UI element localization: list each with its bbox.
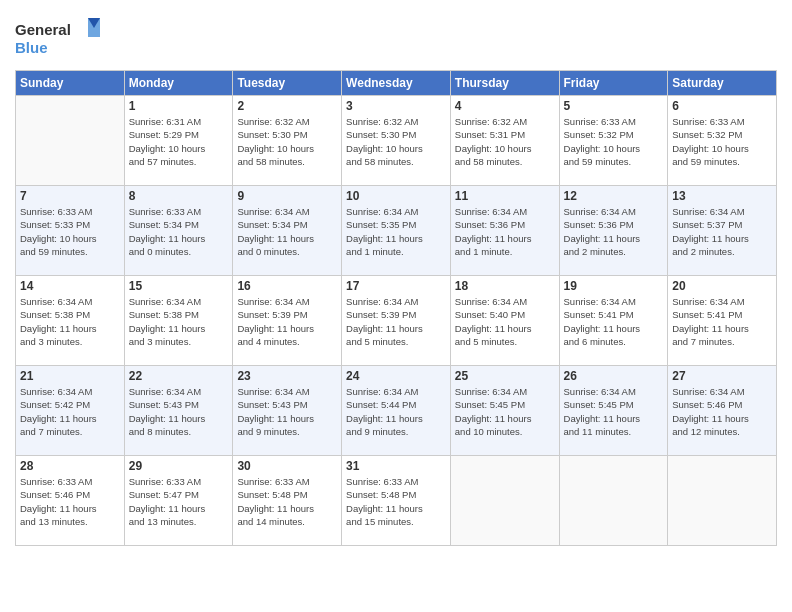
day-number: 8	[129, 189, 229, 203]
day-number: 16	[237, 279, 337, 293]
day-info: Sunrise: 6:34 AM Sunset: 5:39 PM Dayligh…	[237, 295, 337, 348]
day-info: Sunrise: 6:34 AM Sunset: 5:38 PM Dayligh…	[20, 295, 120, 348]
calendar-cell	[668, 456, 777, 546]
calendar-cell: 5Sunrise: 6:33 AM Sunset: 5:32 PM Daylig…	[559, 96, 668, 186]
col-header-saturday: Saturday	[668, 71, 777, 96]
day-number: 26	[564, 369, 664, 383]
day-number: 13	[672, 189, 772, 203]
day-info: Sunrise: 6:32 AM Sunset: 5:30 PM Dayligh…	[346, 115, 446, 168]
day-number: 31	[346, 459, 446, 473]
calendar-cell: 11Sunrise: 6:34 AM Sunset: 5:36 PM Dayli…	[450, 186, 559, 276]
day-info: Sunrise: 6:34 AM Sunset: 5:46 PM Dayligh…	[672, 385, 772, 438]
day-info: Sunrise: 6:34 AM Sunset: 5:41 PM Dayligh…	[672, 295, 772, 348]
day-info: Sunrise: 6:34 AM Sunset: 5:36 PM Dayligh…	[455, 205, 555, 258]
week-row-4: 28Sunrise: 6:33 AM Sunset: 5:46 PM Dayli…	[16, 456, 777, 546]
calendar-cell: 1Sunrise: 6:31 AM Sunset: 5:29 PM Daylig…	[124, 96, 233, 186]
day-number: 2	[237, 99, 337, 113]
svg-text:General: General	[15, 21, 71, 38]
col-header-friday: Friday	[559, 71, 668, 96]
svg-text:Blue: Blue	[15, 39, 48, 56]
calendar-cell: 25Sunrise: 6:34 AM Sunset: 5:45 PM Dayli…	[450, 366, 559, 456]
day-number: 5	[564, 99, 664, 113]
calendar-cell: 22Sunrise: 6:34 AM Sunset: 5:43 PM Dayli…	[124, 366, 233, 456]
day-number: 30	[237, 459, 337, 473]
calendar-cell: 14Sunrise: 6:34 AM Sunset: 5:38 PM Dayli…	[16, 276, 125, 366]
calendar-cell: 19Sunrise: 6:34 AM Sunset: 5:41 PM Dayli…	[559, 276, 668, 366]
day-number: 29	[129, 459, 229, 473]
day-number: 19	[564, 279, 664, 293]
day-info: Sunrise: 6:33 AM Sunset: 5:34 PM Dayligh…	[129, 205, 229, 258]
day-number: 28	[20, 459, 120, 473]
day-info: Sunrise: 6:33 AM Sunset: 5:47 PM Dayligh…	[129, 475, 229, 528]
calendar-cell: 12Sunrise: 6:34 AM Sunset: 5:36 PM Dayli…	[559, 186, 668, 276]
calendar-cell: 3Sunrise: 6:32 AM Sunset: 5:30 PM Daylig…	[342, 96, 451, 186]
calendar-cell: 16Sunrise: 6:34 AM Sunset: 5:39 PM Dayli…	[233, 276, 342, 366]
day-info: Sunrise: 6:33 AM Sunset: 5:48 PM Dayligh…	[237, 475, 337, 528]
day-info: Sunrise: 6:34 AM Sunset: 5:43 PM Dayligh…	[129, 385, 229, 438]
day-number: 20	[672, 279, 772, 293]
day-number: 4	[455, 99, 555, 113]
day-number: 22	[129, 369, 229, 383]
calendar-cell: 17Sunrise: 6:34 AM Sunset: 5:39 PM Dayli…	[342, 276, 451, 366]
day-number: 12	[564, 189, 664, 203]
day-info: Sunrise: 6:33 AM Sunset: 5:48 PM Dayligh…	[346, 475, 446, 528]
week-row-0: 1Sunrise: 6:31 AM Sunset: 5:29 PM Daylig…	[16, 96, 777, 186]
week-row-1: 7Sunrise: 6:33 AM Sunset: 5:33 PM Daylig…	[16, 186, 777, 276]
day-info: Sunrise: 6:34 AM Sunset: 5:45 PM Dayligh…	[564, 385, 664, 438]
calendar-cell: 21Sunrise: 6:34 AM Sunset: 5:42 PM Dayli…	[16, 366, 125, 456]
calendar-cell: 20Sunrise: 6:34 AM Sunset: 5:41 PM Dayli…	[668, 276, 777, 366]
calendar-cell: 6Sunrise: 6:33 AM Sunset: 5:32 PM Daylig…	[668, 96, 777, 186]
day-number: 11	[455, 189, 555, 203]
calendar-cell: 31Sunrise: 6:33 AM Sunset: 5:48 PM Dayli…	[342, 456, 451, 546]
calendar-cell: 27Sunrise: 6:34 AM Sunset: 5:46 PM Dayli…	[668, 366, 777, 456]
calendar-cell: 9Sunrise: 6:34 AM Sunset: 5:34 PM Daylig…	[233, 186, 342, 276]
day-info: Sunrise: 6:34 AM Sunset: 5:40 PM Dayligh…	[455, 295, 555, 348]
calendar-cell	[559, 456, 668, 546]
day-number: 14	[20, 279, 120, 293]
calendar-cell: 24Sunrise: 6:34 AM Sunset: 5:44 PM Dayli…	[342, 366, 451, 456]
day-info: Sunrise: 6:34 AM Sunset: 5:38 PM Dayligh…	[129, 295, 229, 348]
day-info: Sunrise: 6:34 AM Sunset: 5:42 PM Dayligh…	[20, 385, 120, 438]
calendar-cell: 28Sunrise: 6:33 AM Sunset: 5:46 PM Dayli…	[16, 456, 125, 546]
calendar-cell: 10Sunrise: 6:34 AM Sunset: 5:35 PM Dayli…	[342, 186, 451, 276]
day-info: Sunrise: 6:34 AM Sunset: 5:36 PM Dayligh…	[564, 205, 664, 258]
day-info: Sunrise: 6:33 AM Sunset: 5:32 PM Dayligh…	[672, 115, 772, 168]
calendar-cell: 23Sunrise: 6:34 AM Sunset: 5:43 PM Dayli…	[233, 366, 342, 456]
day-number: 15	[129, 279, 229, 293]
day-info: Sunrise: 6:33 AM Sunset: 5:32 PM Dayligh…	[564, 115, 664, 168]
day-number: 27	[672, 369, 772, 383]
day-number: 17	[346, 279, 446, 293]
header-row: SundayMondayTuesdayWednesdayThursdayFrid…	[16, 71, 777, 96]
calendar-cell: 18Sunrise: 6:34 AM Sunset: 5:40 PM Dayli…	[450, 276, 559, 366]
day-number: 10	[346, 189, 446, 203]
day-number: 21	[20, 369, 120, 383]
col-header-monday: Monday	[124, 71, 233, 96]
calendar-cell: 4Sunrise: 6:32 AM Sunset: 5:31 PM Daylig…	[450, 96, 559, 186]
calendar-cell: 15Sunrise: 6:34 AM Sunset: 5:38 PM Dayli…	[124, 276, 233, 366]
calendar-cell: 29Sunrise: 6:33 AM Sunset: 5:47 PM Dayli…	[124, 456, 233, 546]
day-info: Sunrise: 6:34 AM Sunset: 5:43 PM Dayligh…	[237, 385, 337, 438]
day-number: 7	[20, 189, 120, 203]
calendar-table: SundayMondayTuesdayWednesdayThursdayFrid…	[15, 70, 777, 546]
day-number: 24	[346, 369, 446, 383]
day-info: Sunrise: 6:32 AM Sunset: 5:31 PM Dayligh…	[455, 115, 555, 168]
calendar-cell: 26Sunrise: 6:34 AM Sunset: 5:45 PM Dayli…	[559, 366, 668, 456]
calendar-cell: 30Sunrise: 6:33 AM Sunset: 5:48 PM Dayli…	[233, 456, 342, 546]
calendar-cell: 2Sunrise: 6:32 AM Sunset: 5:30 PM Daylig…	[233, 96, 342, 186]
col-header-sunday: Sunday	[16, 71, 125, 96]
day-number: 3	[346, 99, 446, 113]
header: General Blue	[15, 15, 777, 60]
day-info: Sunrise: 6:31 AM Sunset: 5:29 PM Dayligh…	[129, 115, 229, 168]
week-row-3: 21Sunrise: 6:34 AM Sunset: 5:42 PM Dayli…	[16, 366, 777, 456]
logo: General Blue	[15, 15, 105, 60]
day-info: Sunrise: 6:33 AM Sunset: 5:33 PM Dayligh…	[20, 205, 120, 258]
day-number: 6	[672, 99, 772, 113]
day-info: Sunrise: 6:34 AM Sunset: 5:41 PM Dayligh…	[564, 295, 664, 348]
calendar-cell: 13Sunrise: 6:34 AM Sunset: 5:37 PM Dayli…	[668, 186, 777, 276]
day-info: Sunrise: 6:33 AM Sunset: 5:46 PM Dayligh…	[20, 475, 120, 528]
col-header-wednesday: Wednesday	[342, 71, 451, 96]
calendar-cell	[450, 456, 559, 546]
logo-icon: General Blue	[15, 15, 105, 60]
day-number: 1	[129, 99, 229, 113]
day-info: Sunrise: 6:34 AM Sunset: 5:35 PM Dayligh…	[346, 205, 446, 258]
